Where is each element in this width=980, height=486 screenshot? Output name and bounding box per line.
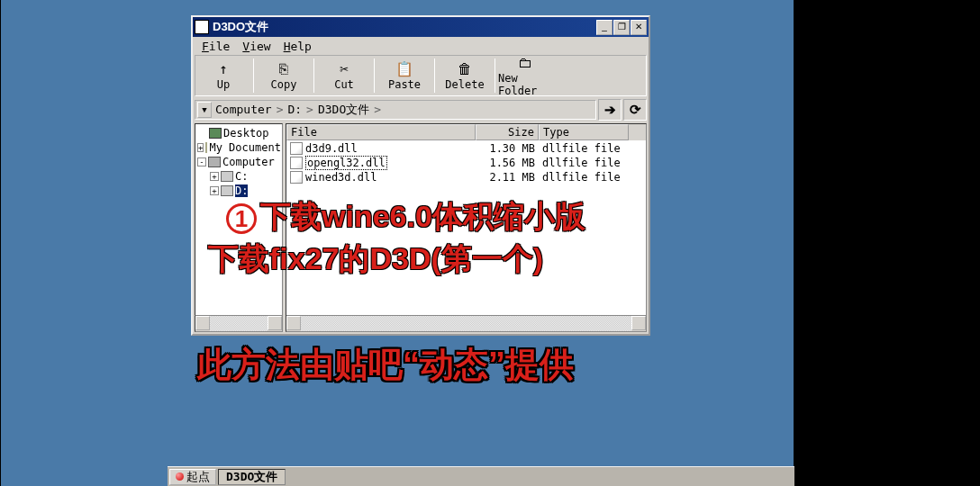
file-icon	[290, 157, 303, 169]
menu-file[interactable]: File	[196, 39, 235, 54]
delete-button-icon: 🗑	[458, 60, 472, 78]
path-bar: ▼ Computer>D:>D3DO文件> ➔ ⟳	[195, 98, 647, 122]
copy-button-label: Copy	[271, 78, 297, 91]
up-button[interactable]: ↑Up	[195, 57, 251, 94]
file-name: wined3d.dll	[305, 171, 377, 184]
file-row[interactable]: opengl32.dll1.56 MBdllfile file	[286, 156, 646, 170]
menu-bar: File View Help	[193, 37, 649, 55]
tree-label: D:	[235, 184, 248, 197]
chevron-right-icon: >	[274, 103, 286, 116]
tree-label: C:	[235, 170, 248, 183]
file-row[interactable]: d3d9.dll1.30 MBdllfile file	[286, 141, 646, 156]
file-size: 1.30 MB	[476, 142, 539, 155]
tree-item[interactable]: -Computer	[197, 155, 280, 169]
file-horizontal-scrollbar[interactable]	[286, 315, 646, 331]
start-icon	[176, 472, 184, 481]
file-type: dllfile file	[539, 142, 629, 155]
tree-item[interactable]: Desktop	[197, 126, 280, 140]
column-header[interactable]: Type	[539, 124, 629, 140]
path-box[interactable]: ▼ Computer>D:>D3DO文件>	[195, 100, 596, 120]
menu-view[interactable]: View	[237, 39, 276, 54]
annotation-step-number: 1	[226, 203, 257, 234]
taskbar-item[interactable]: D3DO文件	[218, 469, 286, 485]
scroll-right-button[interactable]	[631, 316, 646, 330]
go-button[interactable]: ➔	[598, 99, 622, 121]
tree-node-icon	[208, 157, 221, 167]
copy-button[interactable]: ⎘Copy	[256, 57, 312, 94]
tree-item[interactable]: +C:	[197, 169, 280, 184]
new-folder-button-icon: 🗀	[518, 54, 532, 72]
file-icon	[290, 171, 303, 184]
close-button[interactable]: ✕	[631, 20, 647, 35]
path-dropdown-icon[interactable]: ▼	[197, 102, 212, 118]
scroll-track[interactable]	[210, 316, 268, 331]
tree-expander-icon[interactable]: +	[210, 186, 219, 195]
file-type: dllfile file	[539, 171, 629, 184]
file-icon	[290, 142, 303, 155]
file-manager-window: D3DO文件 _ ❐ ✕ File View Help ↑Up⎘Copy✂Cut…	[191, 15, 650, 336]
window-icon	[195, 20, 209, 34]
title-bar[interactable]: D3DO文件 _ ❐ ✕	[193, 17, 649, 37]
maximize-button[interactable]: ❐	[613, 20, 630, 35]
paste-button-icon: 📋	[395, 60, 413, 78]
tree-label: My Documents	[209, 141, 283, 154]
scroll-left-button[interactable]	[286, 316, 301, 330]
scroll-track[interactable]	[301, 316, 631, 331]
file-type: dllfile file	[539, 157, 629, 169]
chevron-right-icon: >	[371, 103, 384, 116]
tree-horizontal-scrollbar[interactable]	[195, 316, 283, 332]
annotation-line-1: 1下载wine6.0体积缩小版	[226, 196, 585, 238]
file-list-header: FileSizeType	[286, 124, 646, 140]
menu-help[interactable]: Help	[278, 39, 317, 54]
tool-bar: ↑Up⎘Copy✂Cut📋Paste🗑Delete🗀New Folder	[195, 55, 647, 96]
annotation-line-2: 下载fix27的D3D(第一个)	[208, 238, 543, 280]
path-segment[interactable]: D:	[286, 103, 304, 116]
delete-button[interactable]: 🗑Delete	[437, 57, 493, 94]
window-title: D3DO文件	[213, 19, 593, 35]
cut-button[interactable]: ✂Cut	[316, 57, 372, 94]
new-folder-button[interactable]: 🗀New Folder	[497, 57, 553, 94]
scroll-right-button[interactable]	[268, 316, 282, 330]
refresh-button[interactable]: ⟳	[623, 99, 647, 121]
chevron-right-icon: >	[304, 103, 316, 116]
start-label: 起点	[186, 469, 210, 485]
up-button-label: Up	[217, 78, 230, 91]
file-size: 1.56 MB	[476, 157, 539, 169]
start-button[interactable]: 起点	[169, 469, 216, 485]
tree-item[interactable]: +My Documents	[197, 140, 280, 155]
tree-label: Desktop	[223, 127, 269, 140]
file-name: opengl32.dll	[305, 156, 387, 170]
paste-button[interactable]: 📋Paste	[377, 57, 432, 94]
path-segment[interactable]: D3DO文件	[316, 103, 371, 116]
copy-button-icon: ⎘	[279, 60, 288, 78]
up-button-icon: ↑	[219, 60, 228, 78]
delete-button-label: Delete	[445, 78, 484, 91]
tree-expander-icon[interactable]: +	[210, 172, 219, 181]
column-header[interactable]: File	[286, 124, 476, 140]
tree-node-icon	[221, 185, 233, 196]
desktop-background: D3DO文件 _ ❐ ✕ File View Help ↑Up⎘Copy✂Cut…	[1, 0, 794, 486]
tree-expander-icon[interactable]: -	[197, 158, 206, 166]
tree-expander-icon[interactable]: +	[197, 143, 204, 152]
column-header[interactable]: Size	[476, 124, 539, 140]
tree-label: Computer	[222, 156, 275, 168]
paste-button-label: Paste	[388, 78, 421, 91]
annotation-text-1: 下载wine6.0体积缩小版	[260, 199, 585, 233]
minimize-button[interactable]: _	[596, 20, 612, 35]
new-folder-button-label: New Folder	[498, 72, 552, 97]
file-size: 2.11 MB	[476, 171, 539, 184]
tree-node-icon	[209, 128, 222, 139]
annotation-line-3: 此方法由贴吧“动态”提供	[197, 342, 574, 388]
scroll-left-button[interactable]	[195, 316, 210, 330]
task-bar: 起点 D3DO文件	[168, 466, 794, 486]
tree-node-icon	[205, 142, 207, 153]
file-row[interactable]: wined3d.dll2.11 MBdllfile file	[286, 170, 646, 184]
tree-node-icon	[221, 171, 233, 182]
file-name: d3d9.dll	[305, 142, 358, 155]
cut-button-icon: ✂	[340, 60, 349, 78]
cut-button-label: Cut	[334, 78, 354, 91]
path-segment[interactable]: Computer	[213, 103, 274, 116]
